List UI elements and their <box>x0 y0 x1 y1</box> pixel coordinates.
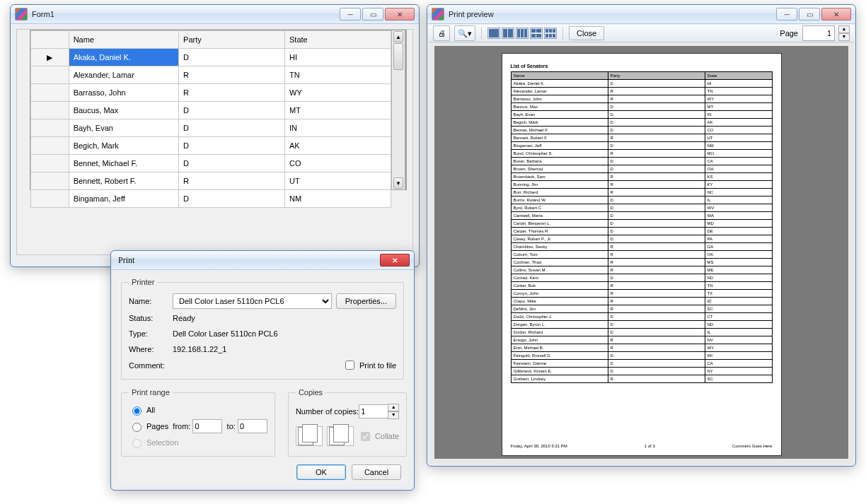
cell-name[interactable]: Barrasso, John <box>69 84 178 102</box>
cell-state[interactable]: HI <box>285 49 391 66</box>
cell-party[interactable]: D <box>179 155 285 172</box>
table-row[interactable]: Bennett, Robert F.RUT <box>31 172 391 190</box>
cell-state[interactable]: NM <box>285 190 391 208</box>
print-to-file-checkbox[interactable]: Print to file <box>342 358 396 372</box>
cell-party[interactable]: D <box>179 119 285 137</box>
minimize-button[interactable]: ─ <box>340 8 361 20</box>
table-row[interactable]: Bingaman, JeffDNM <box>31 190 391 208</box>
cell-party[interactable]: D <box>179 137 285 155</box>
maximize-button[interactable]: ▭ <box>362 8 383 20</box>
print-icon[interactable]: 🖨 <box>433 25 450 41</box>
page-down-button[interactable]: ▼ <box>838 33 850 41</box>
cell-name[interactable]: Bennet, Michael F. <box>69 155 178 172</box>
row-selector[interactable] <box>31 119 69 137</box>
pv-cell-party: R <box>608 181 705 189</box>
data-grid[interactable]: Name Party State ▶Akaka, Daniel K.DHIAle… <box>30 30 407 190</box>
copies-input[interactable] <box>359 404 388 418</box>
column-state[interactable]: State <box>285 31 391 49</box>
cell-state[interactable]: IN <box>285 119 391 137</box>
table-row[interactable]: Alexander, LamarRTN <box>31 66 391 84</box>
from-input[interactable] <box>192 419 222 433</box>
print-to-file-input[interactable] <box>345 361 354 370</box>
cell-name[interactable]: Alexander, Lamar <box>69 66 178 84</box>
close-preview-button[interactable]: Close <box>569 26 604 40</box>
three-page-icon[interactable] <box>516 28 529 39</box>
cell-name[interactable]: Akaka, Daniel K. <box>69 49 178 66</box>
table-row[interactable]: Barrasso, JohnRWY <box>31 84 391 102</box>
page-up-button[interactable]: ▲ <box>838 25 850 33</box>
pv-cell-party: R <box>608 375 705 383</box>
print-dialog-titlebar[interactable]: Print ✕ <box>111 251 414 270</box>
row-selector[interactable] <box>31 66 69 84</box>
cell-party[interactable]: D <box>179 190 285 208</box>
cancel-button[interactable]: Cancel <box>352 464 401 480</box>
cell-party[interactable]: D <box>179 49 285 66</box>
cell-name[interactable]: Bayh, Evan <box>69 119 178 137</box>
four-page-icon[interactable] <box>530 28 543 39</box>
pv-cell-state: NC <box>705 189 772 197</box>
cell-state[interactable]: TN <box>285 66 391 84</box>
table-row[interactable]: Begich, MarkDAK <box>31 137 391 155</box>
ok-button[interactable]: OK <box>296 464 346 480</box>
cell-state[interactable]: AK <box>285 137 391 155</box>
preview-titlebar[interactable]: Print preview ─ ▭ ✕ <box>427 5 855 24</box>
cell-state[interactable]: MT <box>285 102 391 119</box>
scroll-up-button[interactable]: ▲ <box>393 31 403 42</box>
preview-row: Graham, LindseyRSC <box>511 375 772 383</box>
row-selector[interactable] <box>31 155 69 172</box>
cell-state[interactable]: WY <box>285 84 391 102</box>
range-pages-radio[interactable]: Pages <box>129 421 168 432</box>
two-page-icon[interactable] <box>502 28 514 39</box>
properties-button[interactable]: Properties... <box>336 293 396 309</box>
maximize-button[interactable]: ▭ <box>799 8 820 20</box>
close-button[interactable]: ✕ <box>385 8 415 20</box>
pv-cell-party: R <box>608 344 705 352</box>
cell-party[interactable]: R <box>179 84 285 102</box>
toolbar-divider <box>481 27 482 40</box>
cell-name[interactable]: Bingaman, Jeff <box>69 190 178 208</box>
table-row[interactable]: Bayh, EvanDIN <box>31 119 391 137</box>
printer-select[interactable]: Dell Color Laser 5110cn PCL6 <box>173 293 332 309</box>
row-selector[interactable] <box>31 172 69 190</box>
row-selector-header[interactable] <box>31 31 69 49</box>
page-number-input[interactable] <box>802 25 835 41</box>
row-selector[interactable] <box>31 137 69 155</box>
column-name[interactable]: Name <box>69 31 178 49</box>
cell-name[interactable]: Baucus, Max <box>69 102 178 119</box>
pv-cell-party: R <box>608 88 705 95</box>
pv-cell-name: Enzi, Michael B. <box>511 344 608 352</box>
cell-party[interactable]: R <box>179 172 285 190</box>
cell-party[interactable]: D <box>179 102 285 119</box>
scroll-thumb[interactable] <box>393 43 403 70</box>
range-all-radio[interactable]: All <box>129 404 155 416</box>
table-row[interactable]: Bennet, Michael F.DCO <box>31 155 391 172</box>
copies-up-button[interactable]: ▲ <box>388 404 399 411</box>
document-title: List of Senators <box>511 64 773 69</box>
cell-party[interactable]: R <box>179 66 285 84</box>
minimize-button[interactable]: ─ <box>776 8 797 20</box>
cell-state[interactable]: CO <box>285 155 391 172</box>
cell-state[interactable]: UT <box>285 172 391 190</box>
cell-name[interactable]: Bennett, Robert F. <box>69 172 178 190</box>
column-party[interactable]: Party <box>179 31 285 49</box>
scroll-down-button[interactable]: ▼ <box>393 177 403 189</box>
table-row[interactable]: ▶Akaka, Daniel K.DHI <box>31 49 391 66</box>
row-selector[interactable] <box>31 102 69 119</box>
close-button[interactable]: ✕ <box>380 254 410 266</box>
collate-icon <box>327 426 354 446</box>
row-selector[interactable]: ▶ <box>31 49 69 66</box>
row-selector[interactable] <box>31 190 69 208</box>
cell-name[interactable]: Begich, Mark <box>69 137 178 155</box>
form1-titlebar[interactable]: Form1 ─ ▭ ✕ <box>11 5 419 24</box>
zoom-icon[interactable]: 🔍▾ <box>454 25 475 41</box>
close-button[interactable]: ✕ <box>821 8 851 20</box>
one-page-icon[interactable] <box>487 28 500 39</box>
pv-cell-name: Bennett, Robert F. <box>511 134 608 142</box>
preview-canvas[interactable]: List of Senators Name Party State Akaka,… <box>434 46 848 459</box>
row-selector[interactable] <box>31 84 69 102</box>
table-row[interactable]: Baucus, MaxDMT <box>31 102 391 119</box>
six-page-icon[interactable] <box>544 28 557 39</box>
to-input[interactable] <box>238 419 267 433</box>
copies-down-button[interactable]: ▼ <box>388 411 399 419</box>
grid-scrollbar[interactable]: ▲ ▼ <box>391 30 405 189</box>
